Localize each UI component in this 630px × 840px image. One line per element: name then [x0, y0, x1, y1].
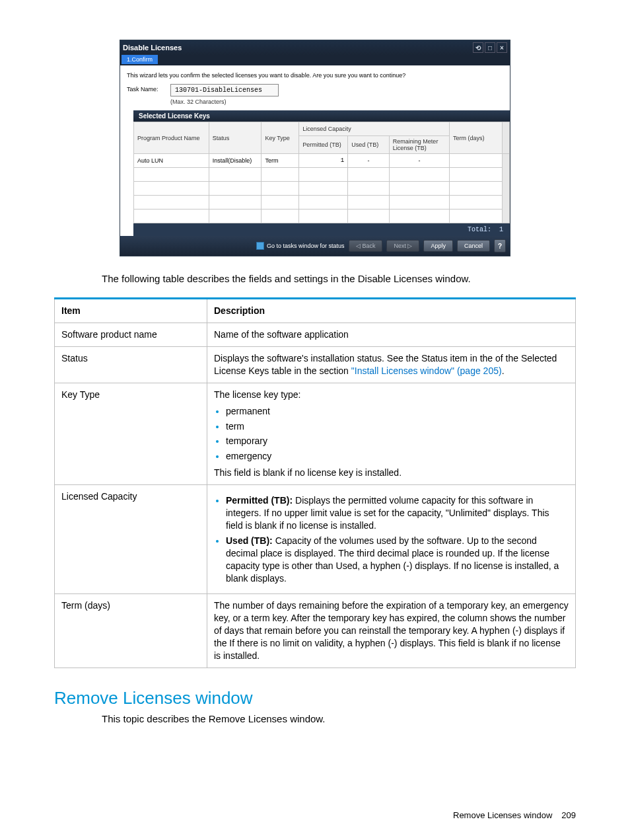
task-name-help: (Max. 32 Characters)	[170, 98, 279, 105]
col-permitted: Permitted (TB)	[299, 136, 348, 154]
wizard-hint: This wizard lets you confirm the selecte…	[120, 69, 510, 81]
wizard-button-bar: Go to tasks window for status ◁ Back Nex…	[120, 236, 510, 256]
col-item: Item	[55, 299, 207, 323]
col-program: Program Product Name	[134, 122, 209, 154]
col-status: Status	[209, 122, 262, 154]
list-item: term	[226, 420, 569, 433]
list-item: Used (TB): Capacity of the volumes used …	[226, 535, 569, 585]
install-licenses-link[interactable]: "Install Licenses window" (page 205)	[351, 365, 502, 376]
go-to-tasks-checkbox[interactable]: Go to tasks window for status	[256, 242, 345, 250]
table-row-empty	[134, 168, 510, 182]
table-row: Licensed Capacity Permitted (TB): Displa…	[55, 485, 576, 594]
list-item: temporary	[226, 435, 569, 447]
cancel-button[interactable]: Cancel	[457, 240, 490, 252]
table-row-empty	[134, 210, 510, 223]
page-footer: Remove Licenses window209	[453, 810, 576, 820]
intro-paragraph: The following table describes the fields…	[102, 272, 576, 286]
table-row: Status Displays the software's installat…	[55, 347, 576, 383]
window-title: Disable Licenses	[123, 44, 472, 52]
selected-license-keys-header: Selected License Keys	[133, 110, 510, 122]
list-item: Permitted (TB): Displays the permitted v…	[226, 494, 569, 532]
wizard-step-confirm: 1.Confirm	[122, 55, 158, 64]
disable-licenses-window: Disable Licenses ⟲ □ × 1.Confirm This wi…	[120, 40, 510, 256]
list-item: permanent	[226, 405, 569, 418]
remove-licenses-heading: Remove Licenses window	[54, 688, 576, 708]
window-maximize-icon[interactable]: □	[485, 42, 495, 53]
table-row[interactable]: Auto LUN Install(Disable) Term 1 - -	[134, 154, 510, 168]
next-button[interactable]: Next ▷	[386, 240, 419, 252]
window-close-icon[interactable]: ×	[497, 42, 507, 53]
table-row: Term (days) The number of days remaining…	[55, 594, 576, 668]
col-remaining: Remaining Meter License (TB)	[389, 136, 449, 154]
table-row: Key Type The license key type: permanent…	[55, 383, 576, 484]
table-row-empty	[134, 182, 510, 196]
table-row-empty	[134, 196, 510, 210]
col-term: Term (days)	[449, 122, 502, 154]
col-licensed-capacity: Licensed Capacity	[299, 122, 450, 136]
checkbox-icon	[256, 242, 264, 250]
field-description-table: Item Description Software product name N…	[54, 297, 576, 668]
col-keytype: Key Type	[262, 122, 299, 154]
apply-button[interactable]: Apply	[423, 240, 453, 252]
col-used: Used (TB)	[348, 136, 390, 154]
task-name-label: Task Name:	[127, 84, 170, 93]
table-row: Software product name Name of the softwa…	[55, 323, 576, 347]
license-keys-table: Program Product Name Status Key Type Lic…	[133, 122, 510, 223]
task-name-input[interactable]: 130701-DisableLicenses	[170, 84, 279, 96]
help-button[interactable]: ?	[494, 239, 506, 252]
col-description: Description	[207, 299, 576, 323]
window-reset-icon[interactable]: ⟲	[473, 42, 483, 53]
window-titlebar: Disable Licenses ⟲ □ ×	[120, 40, 510, 55]
list-item: emergency	[226, 450, 569, 463]
back-button[interactable]: ◁ Back	[349, 240, 383, 252]
table-total: Total: 1	[133, 223, 510, 236]
wizard-step-bar: 1.Confirm	[120, 55, 510, 65]
remove-licenses-paragraph: This topic describes the Remove Licenses…	[102, 712, 576, 726]
